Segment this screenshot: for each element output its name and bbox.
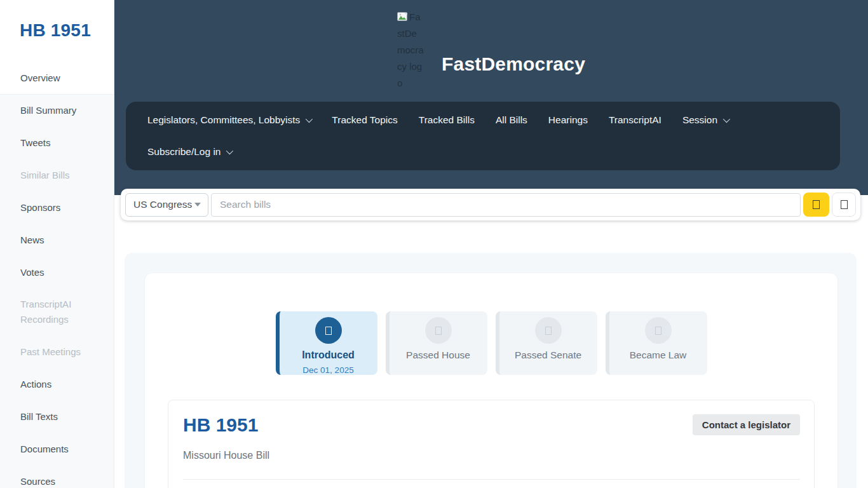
sidebar-bill-title: HB 1951 (0, 0, 114, 41)
broken-logo-alt-text: FastDemocracy logo (397, 11, 424, 88)
select-arrow-icon (194, 203, 201, 207)
sidebar-nav-item-label: Documents (20, 442, 69, 457)
progress-step[interactable]: Introduced Dec 01, 2025 (276, 311, 377, 375)
navbar-item[interactable]: Tracked Bills (419, 112, 475, 128)
sidebar-nav-item-label: Past Meetings (20, 344, 81, 360)
navbar-item-label: Session (682, 112, 717, 128)
contact-legislator-button[interactable]: Contact a legislator (693, 414, 800, 435)
content-panel: Introduced Dec 01, 2025 Passed House Pas… (125, 253, 857, 488)
bill-header-row: HB 1951 Contact a legislator (183, 414, 800, 436)
sidebar-nav-item[interactable]: Bill Texts (0, 400, 114, 433)
progress-step[interactable]: Became Law (606, 311, 707, 375)
navbar-item-label: All Bills (496, 112, 527, 128)
sidebar-nav-item-label: Similar Bills (20, 168, 70, 183)
navbar-item-label: Hearings (548, 112, 588, 128)
progress-step-label: Passed House (406, 348, 470, 362)
sidebar-nav-item[interactable]: Bill Summary (0, 94, 114, 126)
bill-sidebar: HB 1951 Overview Bill Summary Tweets Sim… (0, 0, 114, 488)
sidebar-nav-item-label: Sources (20, 474, 55, 488)
sidebar-nav-item[interactable]: Sponsors (0, 191, 114, 224)
navbar-item[interactable]: Tracked Topics (332, 112, 397, 128)
sidebar-nav-item: Past Meetings (0, 336, 114, 368)
navbar-row-1: Legislators, Committees, Lobbyists Track… (147, 112, 818, 128)
main-navbar: Legislators, Committees, Lobbyists Track… (126, 102, 840, 170)
bill-header-card: HB 1951 Contact a legislator Missouri Ho… (168, 400, 815, 488)
bill-progress-steps: Introduced Dec 01, 2025 Passed House Pas… (168, 311, 815, 375)
bill-card-divider (183, 479, 800, 480)
bill-description: Missouri House Bill (183, 450, 800, 461)
region-select[interactable]: US Congress (125, 193, 208, 217)
broken-logo-image: FastDemocracy logo (397, 9, 424, 92)
progress-step-icon (435, 327, 442, 335)
navbar-item-label: Tracked Bills (419, 112, 475, 128)
sidebar-nav-item[interactable]: Overview (0, 62, 114, 94)
search-icon (813, 200, 820, 209)
navbar-item[interactable]: Legislators, Committees, Lobbyists (147, 112, 311, 128)
sidebar-nav-item[interactable]: Actions (0, 368, 114, 400)
app-root: HB 1951 Overview Bill Summary Tweets Sim… (0, 0, 868, 488)
progress-step-icon (325, 327, 332, 335)
sidebar-nav-item-label: Actions (20, 377, 51, 392)
progress-step-circle (535, 317, 562, 344)
broken-image-icon (397, 12, 408, 22)
sidebar-nav: Overview Bill Summary Tweets Similar Bil… (0, 62, 114, 488)
navbar-item[interactable]: Session (682, 112, 728, 128)
brand: FastDemocracy logo FastDemocracy (397, 9, 585, 92)
progress-step-date: Dec 01, 2025 (302, 365, 353, 375)
sidebar-nav-item-label: News (20, 233, 44, 248)
brand-title: FastDemocracy (442, 53, 585, 75)
navbar-item[interactable]: TranscriptAI (609, 112, 661, 128)
navbar-item-label: Tracked Topics (332, 112, 397, 128)
navbar-item-label: TranscriptAI (609, 112, 661, 128)
sidebar-nav-item[interactable]: Sources (0, 465, 114, 488)
sidebar-nav-item-label: Overview (20, 71, 60, 86)
sidebar-nav-item-label: Votes (20, 265, 44, 280)
progress-step-label: Became Law (630, 348, 687, 362)
progress-step-circle (425, 317, 452, 344)
sidebar-nav-item-label: Bill Summary (20, 103, 76, 118)
chevron-down-icon (723, 116, 730, 123)
sidebar-nav-item-label: Bill Texts (20, 409, 58, 424)
bill-search-bar: US Congress (121, 189, 860, 220)
sidebar-nav-item-label: Sponsors (20, 200, 60, 215)
sidebar-nav-item: Similar Bills (0, 159, 114, 191)
navbar-row-2: Subscribe/Log in (147, 144, 818, 159)
sidebar-nav-item[interactable]: Votes (0, 256, 114, 288)
navbar-item[interactable]: All Bills (496, 112, 527, 128)
navbar-item-label: Legislators, Committees, Lobbyists (147, 112, 300, 128)
navbar-item-label: Subscribe/Log in (147, 144, 220, 159)
bill-overview-card: Introduced Dec 01, 2025 Passed House Pas… (145, 273, 837, 488)
search-input[interactable] (211, 193, 801, 217)
filter-icon (841, 200, 848, 209)
progress-step[interactable]: Passed Senate (496, 311, 597, 375)
sidebar-nav-item[interactable]: Documents (0, 433, 114, 465)
chevron-down-icon (306, 116, 313, 123)
sidebar-nav-item[interactable]: Tweets (0, 126, 114, 159)
sidebar-nav-item-label: TranscriptAI Recordings (20, 297, 102, 327)
navbar-item[interactable]: Hearings (548, 112, 588, 128)
progress-step-label: Introduced (302, 348, 355, 362)
site-header: FastDemocracy logo FastDemocracy Legisla… (114, 0, 868, 195)
bill-number-title: HB 1951 (183, 414, 258, 436)
progress-step-circle (315, 317, 342, 344)
progress-step-label: Passed Senate (515, 348, 581, 362)
sidebar-nav-item-label: Tweets (20, 135, 51, 151)
chevron-down-icon (226, 147, 233, 154)
search-button[interactable] (803, 193, 829, 217)
main-column: FastDemocracy logo FastDemocracy Legisla… (114, 0, 868, 488)
region-select-value: US Congress (133, 199, 192, 210)
advanced-search-button[interactable] (832, 193, 856, 217)
navbar-item[interactable]: Subscribe/Log in (147, 144, 231, 159)
sidebar-nav-item[interactable]: News (0, 224, 114, 256)
progress-step[interactable]: Passed House (386, 311, 487, 375)
progress-step-circle (645, 317, 672, 344)
sidebar-nav-item: TranscriptAI Recordings (0, 288, 114, 336)
progress-step-icon (655, 327, 661, 335)
progress-step-icon (545, 327, 552, 335)
